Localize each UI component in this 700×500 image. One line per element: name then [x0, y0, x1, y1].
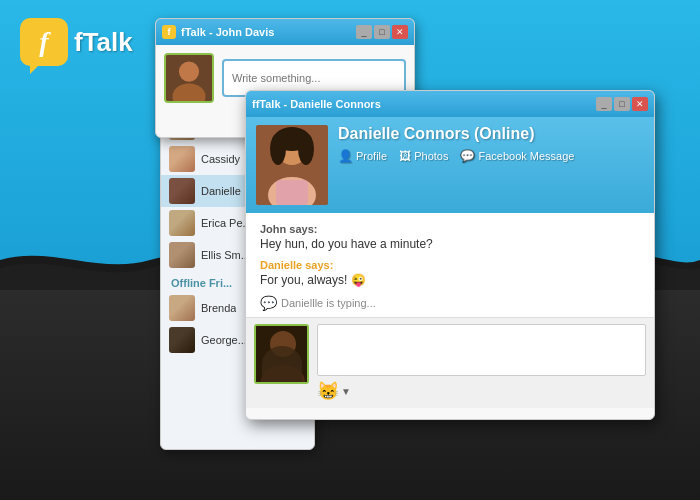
chat-input-area: 😸 ▼ [246, 317, 654, 408]
emoji-button[interactable]: 😸 [317, 380, 339, 402]
logo-letter: f [39, 26, 48, 58]
danielle-header: Danielle Connors (Online) 👤 Profile 🖼 Ph… [246, 117, 654, 213]
svg-point-8 [298, 133, 314, 165]
danielle-contact-name: Danielle Connors (Online) [338, 125, 644, 143]
app-title: fTalk [74, 27, 133, 58]
chat-textarea-wrap: 😸 ▼ [317, 324, 646, 402]
avatar [169, 210, 195, 236]
message-icon: 💬 [460, 149, 475, 163]
john-titlebar: f fTalk - John Davis _ □ ✕ [156, 19, 414, 45]
svg-point-12 [270, 331, 296, 357]
danielle-sender-label: Danielle says: [260, 259, 640, 271]
photos-label: Photos [414, 150, 448, 162]
chat-message-textarea[interactable] [317, 324, 646, 376]
facebook-message-action[interactable]: 💬 Facebook Message [460, 149, 574, 163]
danielle-message-text: For you, always! 😜 [260, 273, 640, 287]
message-block-danielle: Danielle says: For you, always! 😜 [260, 259, 640, 287]
photos-icon: 🖼 [399, 149, 411, 163]
chat-body: John says: Hey hun, do you have a minute… [246, 213, 654, 317]
danielle-win-controls: _ □ ✕ [596, 97, 648, 111]
facebook-message-label: Facebook Message [478, 150, 574, 162]
typing-indicator: 💬 Daniellle is typing... [260, 295, 640, 311]
friend-name: George... [201, 334, 247, 346]
logo-area: f fTalk [20, 18, 133, 66]
john-sender-label: John says: [260, 223, 640, 235]
logo-icon: f [20, 18, 68, 66]
profile-action[interactable]: 👤 Profile [338, 149, 387, 163]
message-block-john: John says: Hey hun, do you have a minute… [260, 223, 640, 251]
john-titlebar-icon: f [162, 25, 176, 39]
emoji-bar: 😸 ▼ [317, 380, 646, 402]
svg-point-13 [261, 365, 305, 384]
avatar [169, 146, 195, 172]
danielle-actions: 👤 Profile 🖼 Photos 💬 Facebook Message [338, 149, 644, 163]
danielle-photo [256, 125, 328, 205]
john-title-text: fTalk - John Davis [181, 26, 274, 38]
danielle-maximize-button[interactable]: □ [614, 97, 630, 111]
svg-point-1 [179, 61, 199, 81]
danielle-title-text: fTalk - Danielle Connors [256, 98, 381, 110]
danielle-info: Danielle Connors (Online) 👤 Profile 🖼 Ph… [338, 125, 644, 163]
typing-text: Daniellle is typing... [281, 297, 376, 309]
john-maximize-button[interactable]: □ [374, 25, 390, 39]
danielle-minimize-button[interactable]: _ [596, 97, 612, 111]
sender-thumbnail [254, 324, 309, 384]
john-minimize-button[interactable]: _ [356, 25, 372, 39]
profile-label: Profile [356, 150, 387, 162]
danielle-titlebar: f fTalk - Danielle Connors _ □ ✕ [246, 91, 654, 117]
john-message-text: Hey hun, do you have a minute? [260, 237, 640, 251]
avatar [169, 242, 195, 268]
friend-name: Cassidy [201, 153, 240, 165]
friend-name: Ellis Sm... [201, 249, 250, 261]
danielle-close-button[interactable]: ✕ [632, 97, 648, 111]
emoji-dropdown-arrow[interactable]: ▼ [341, 386, 351, 397]
avatar [169, 327, 195, 353]
john-avatar [164, 53, 214, 103]
john-close-button[interactable]: ✕ [392, 25, 408, 39]
friend-name: Danielle [201, 185, 241, 197]
friend-name: Brenda [201, 302, 236, 314]
svg-rect-10 [276, 180, 308, 205]
svg-point-7 [270, 133, 286, 165]
danielle-chat-window: f fTalk - Danielle Connors _ □ ✕ [245, 90, 655, 420]
avatar [169, 178, 195, 204]
photos-action[interactable]: 🖼 Photos [399, 149, 448, 163]
avatar [169, 295, 195, 321]
typing-bubble-icon: 💬 [260, 295, 277, 311]
john-win-controls: _ □ ✕ [356, 25, 408, 39]
profile-icon: 👤 [338, 149, 353, 163]
